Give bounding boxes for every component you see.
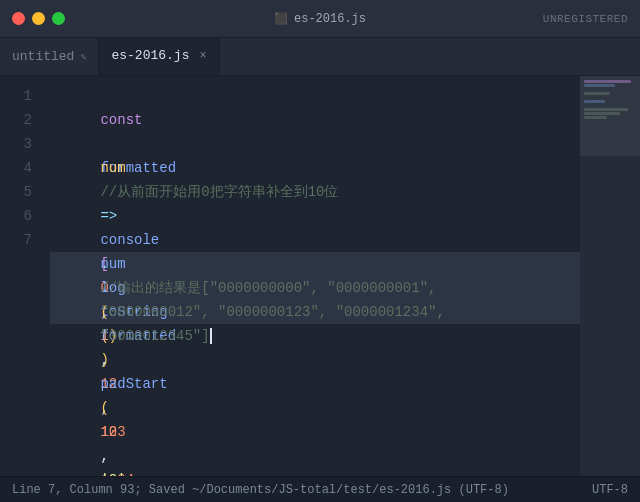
tab-close-icon[interactable]: × — [199, 49, 206, 63]
line-num-2: 2 — [0, 108, 32, 132]
close-button[interactable] — [12, 12, 25, 25]
line-num-6: 6 — [0, 204, 32, 228]
unregistered-label: UNREGISTERED — [543, 13, 628, 25]
tab-es2016-label: es-2016.js — [111, 48, 189, 63]
editor: 1 2 3 4 5 6 7 const formatted = [ 0 , 1 … — [0, 76, 640, 476]
line-num-4: 4 — [0, 156, 32, 180]
line-num-5: 5 — [0, 180, 32, 204]
tab-bar: untitled ✎ es-2016.js × — [0, 38, 640, 76]
code-area[interactable]: const formatted = [ 0 , 1 , 12 , 123 , 1… — [42, 76, 580, 476]
line-num-7: 7 — [0, 228, 32, 252]
title-filename: es-2016.js — [294, 12, 366, 26]
minimap-viewport — [580, 76, 640, 156]
file-icon: ⬛ — [274, 12, 288, 25]
code-line-5: console . log ( formatted ) — [50, 204, 580, 228]
tab-untitled[interactable]: untitled ✎ — [0, 38, 99, 75]
edit-icon: ✎ — [80, 51, 86, 63]
title-bar: ⬛ es-2016.js UNREGISTERED — [0, 0, 640, 38]
minimize-button[interactable] — [32, 12, 45, 25]
status-left: Line 7, Column 93; Saved ~/Documents/JS-… — [12, 483, 509, 497]
traffic-lights — [0, 12, 65, 25]
status-bar: Line 7, Column 93; Saved ~/Documents/JS-… — [0, 476, 640, 502]
status-right: UTF-8 — [592, 483, 628, 497]
text-cursor — [210, 328, 212, 344]
maximize-button[interactable] — [52, 12, 65, 25]
code-line-1: const formatted = [ 0 , 1 , 12 , 123 , 1… — [50, 84, 580, 108]
minimap — [580, 76, 640, 476]
line-numbers: 1 2 3 4 5 6 7 — [0, 76, 42, 476]
tab-es2016[interactable]: es-2016.js × — [99, 38, 219, 75]
code-line-7: //输出的结果是["0000000000", "0000000001", — [50, 252, 580, 276]
line-num-3: 3 — [0, 132, 32, 156]
window-title: ⬛ es-2016.js — [274, 12, 366, 26]
tab-untitled-label: untitled — [12, 49, 74, 64]
line-num-1: 1 — [0, 84, 32, 108]
keyword-const: const — [100, 112, 142, 128]
